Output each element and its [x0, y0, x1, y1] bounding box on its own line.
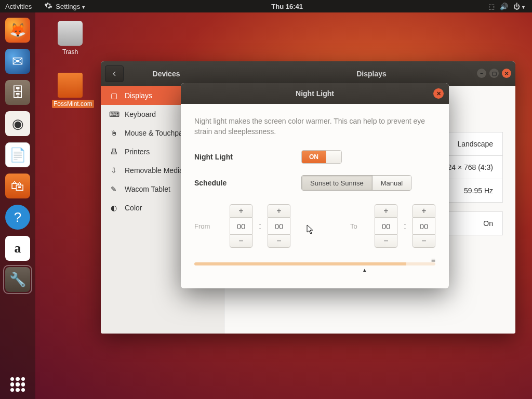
- maximize-button[interactable]: ▢: [489, 69, 499, 78]
- header-page-title: Displays: [228, 70, 515, 78]
- spinner-decrement[interactable]: −: [413, 234, 435, 248]
- to-hours-spinner: + 00 −: [375, 204, 397, 248]
- spinner-value[interactable]: 00: [413, 218, 435, 234]
- spinner-decrement[interactable]: −: [268, 234, 290, 248]
- dock: 🦊 ✉ 🗄 ◉ 📄 🛍 ? a 🔧: [0, 12, 35, 399]
- displays-icon: ▢: [109, 91, 118, 100]
- timeline-bar: [194, 262, 435, 265]
- dock-app-software[interactable]: 🛍: [5, 174, 30, 198]
- schedule-timeline: ≡ ▴: [194, 262, 435, 275]
- desktop-icon-folder[interactable]: FossMint.com: [52, 73, 88, 108]
- dock-app-files[interactable]: 🗄: [5, 80, 30, 105]
- dock-app-help[interactable]: ?: [5, 205, 30, 230]
- schedule-segmented-control: Sunset to Sunrise Manual: [301, 175, 411, 191]
- power-icon[interactable]: ⏻▼: [513, 3, 526, 10]
- night-light-toggle[interactable]: ON: [301, 150, 342, 164]
- dock-app-settings[interactable]: 🔧: [5, 267, 30, 292]
- dock-app-rhythmbox[interactable]: ◉: [5, 111, 30, 136]
- dialog-close-button[interactable]: ✕: [433, 88, 444, 99]
- show-applications[interactable]: [10, 377, 25, 392]
- to-minutes-spinner: + 00 −: [413, 204, 435, 248]
- minimize-button[interactable]: –: [477, 69, 486, 78]
- dialog-title: Night Light: [296, 89, 334, 98]
- gear-icon: [44, 2, 52, 11]
- window-header[interactable]: Devices Displays – ▢ ✕: [101, 61, 515, 86]
- mouse-touchpad-icon: 🖱: [109, 129, 118, 137]
- app-menu[interactable]: Settings▼: [56, 3, 86, 10]
- spinner-decrement[interactable]: −: [375, 234, 397, 248]
- sleep-icon: ≡: [431, 256, 435, 264]
- dock-app-thunderbird[interactable]: ✉: [5, 49, 30, 74]
- spinner-value[interactable]: 00: [230, 218, 252, 234]
- timeline-marker: ▴: [363, 267, 366, 273]
- from-label: From: [194, 222, 223, 230]
- dialog-description: Night light makes the screen color warme…: [194, 116, 435, 137]
- night-light-toggle-label: Night Light: [194, 153, 301, 161]
- dock-app-amazon[interactable]: a: [5, 236, 30, 261]
- clock[interactable]: Thu 16:41: [86, 3, 488, 10]
- sidebar-item-label: Displays: [125, 91, 152, 100]
- spinner-increment[interactable]: +: [375, 204, 397, 218]
- trash-icon: [58, 21, 83, 46]
- spinner-value[interactable]: 00: [268, 218, 290, 234]
- removable-media-icon: ⇩: [109, 166, 118, 175]
- desktop-icon-trash[interactable]: Trash: [52, 21, 88, 56]
- keyboard-icon: ⌨: [109, 110, 118, 118]
- spinner-increment[interactable]: +: [230, 204, 252, 218]
- desktop-icon-label: Trash: [61, 48, 79, 56]
- schedule-option-sunset[interactable]: Sunset to Sunrise: [302, 176, 372, 190]
- network-icon[interactable]: ⬚: [488, 3, 495, 10]
- desktop-icon-label: FossMint.com: [52, 100, 94, 108]
- night-light-dialog: Night Light ✕ Night light makes the scre…: [181, 83, 449, 288]
- sidebar-item-label: Wacom Tablet: [125, 185, 170, 193]
- dialog-header[interactable]: Night Light ✕: [181, 83, 449, 104]
- activities-button[interactable]: Activities: [5, 3, 32, 10]
- volume-icon[interactable]: 🔊: [500, 3, 508, 10]
- sidebar-item-label: Color: [125, 204, 142, 212]
- to-label: To: [339, 222, 368, 230]
- close-button[interactable]: ✕: [502, 69, 511, 78]
- spinner-increment[interactable]: +: [413, 204, 435, 218]
- sidebar-item-label: Mouse & Touchpad: [125, 129, 187, 137]
- folder-icon: [58, 73, 83, 98]
- time-colon: :: [259, 221, 261, 232]
- top-bar: Activities Settings▼ Thu 16:41 ⬚ 🔊 ⏻▼: [0, 0, 532, 12]
- wacom-tablet-icon: ✎: [109, 185, 118, 193]
- schedule-option-manual[interactable]: Manual: [372, 176, 411, 190]
- sidebar-item-label: Keyboard: [125, 110, 156, 118]
- printers-icon: 🖶: [109, 148, 118, 156]
- dock-app-writer[interactable]: 📄: [5, 142, 30, 167]
- toggle-knob: [326, 151, 341, 163]
- sidebar-item-label: Printers: [125, 148, 150, 156]
- spinner-increment[interactable]: +: [268, 204, 290, 218]
- spinner-decrement[interactable]: −: [230, 234, 252, 248]
- back-button[interactable]: [105, 65, 124, 82]
- time-colon: :: [404, 221, 406, 232]
- from-minutes-spinner: + 00 −: [268, 204, 290, 248]
- dock-app-firefox[interactable]: 🦊: [5, 18, 30, 43]
- sidebar-item-label: Removable Media: [125, 166, 183, 175]
- color-icon: ◐: [109, 204, 118, 212]
- from-hours-spinner: + 00 −: [230, 204, 252, 248]
- toggle-on-label: ON: [302, 151, 326, 163]
- spinner-value[interactable]: 00: [375, 218, 397, 234]
- schedule-label: Schedule: [194, 179, 301, 187]
